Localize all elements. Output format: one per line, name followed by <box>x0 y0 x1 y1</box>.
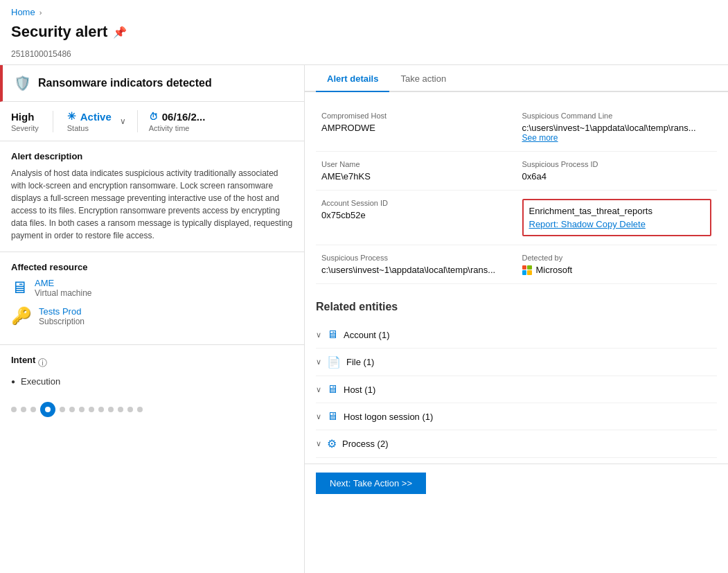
entity-process-name: Process (2) <box>342 439 388 449</box>
entity-row-logon[interactable]: ∨ 🖥 Host logon session (1) <box>316 403 717 430</box>
clock-icon: ⏱ <box>149 112 158 122</box>
file-icon: 📄 <box>327 355 341 369</box>
intent-title: Intent <box>11 355 35 365</box>
metric-severity: High Severity <box>11 111 53 132</box>
entity-file-name: File (1) <box>346 357 374 367</box>
host-icon: 🖥 <box>327 383 338 396</box>
pin-icon[interactable]: 📌 <box>113 26 127 39</box>
suspicious-pid-cell: Suspicious Process ID 0x6a4 <box>517 152 718 191</box>
alert-description-section: Alert description Analysis of host data … <box>0 141 304 252</box>
slider-dot <box>118 407 123 412</box>
resource-vm-name[interactable]: AME <box>35 278 54 288</box>
entity-row-host[interactable]: ∨ 🖥 Host (1) <box>316 376 717 403</box>
logon-chevron-icon[interactable]: ∨ <box>316 412 321 421</box>
left-panel: 🛡️ Ransomware indicators detected High S… <box>0 65 305 573</box>
intent-value: Execution <box>21 376 60 387</box>
activity-time-label: Activity time <box>149 124 206 132</box>
logon-icon: 🖥 <box>327 410 338 423</box>
intent-info-icon[interactable]: ⓘ <box>38 357 47 369</box>
username-value: AME\e7hKS <box>321 171 511 182</box>
resource-vm-type: Virtual machine <box>35 288 92 298</box>
tab-take-action[interactable]: Take action <box>389 65 457 92</box>
account-session-cell: Account Session ID 0x75cb52e <box>316 191 517 245</box>
suspicious-process-cell: Suspicious Process c:\users\invest~1\app… <box>316 245 517 284</box>
slider-dot <box>137 407 143 412</box>
entity-row-process[interactable]: ∨ ⚙ Process (2) <box>316 430 717 458</box>
alert-description-title: Alert description <box>11 151 293 161</box>
affected-resource-title: Affected resource <box>11 262 293 272</box>
compromised-host-cell: Compromised Host AMPRODWE <box>316 103 517 152</box>
compromised-host-value: AMPRODWE <box>321 123 511 133</box>
breadcrumb: Home › <box>0 0 728 20</box>
metric-activity-time: ⏱ 06/16/2... Activity time <box>149 111 220 132</box>
suspicious-pid-label: Suspicious Process ID <box>522 160 712 168</box>
detected-by-label: Detected by <box>522 254 712 262</box>
resource-vm: 🖥 AME Virtual machine <box>11 278 293 298</box>
file-chevron-icon[interactable]: ∨ <box>316 358 321 367</box>
suspicious-cmd-label: Suspicious Command Line <box>522 112 712 120</box>
key-icon: 🔑 <box>11 306 32 326</box>
process-chevron-icon[interactable]: ∨ <box>316 439 321 448</box>
resource-subscription-type: Subscription <box>39 317 85 326</box>
affected-resource-section: Affected resource 🖥 AME Virtual machine … <box>0 252 304 345</box>
entity-row-account[interactable]: ∨ 🖥 Account (1) <box>316 321 717 349</box>
intent-slider <box>0 396 304 428</box>
slider-thumb <box>40 402 55 417</box>
right-panel: Alert details Take action Compromised Ho… <box>305 65 728 573</box>
detected-by-value: Microsoft <box>522 265 712 275</box>
metric-status: ✳ Active Status ∨ <box>67 110 138 132</box>
host-chevron-icon[interactable]: ∨ <box>316 385 321 394</box>
alert-banner-title: Ransomware indicators detected <box>38 77 212 89</box>
details-content: Compromised Host AMPRODWE Suspicious Com… <box>305 92 728 295</box>
activity-time-value: ⏱ 06/16/2... <box>149 111 206 123</box>
username-label: User Name <box>321 160 511 168</box>
status-chevron-icon[interactable]: ∨ <box>120 116 126 126</box>
detail-grid: Compromised Host AMPRODWE Suspicious Com… <box>316 103 717 284</box>
tabs-bar: Alert details Take action <box>305 65 728 92</box>
page-header: Security alert 📌 <box>0 20 728 49</box>
enrichment-link[interactable]: Report: Shadow Copy Delete <box>529 219 646 229</box>
status-spin-icon: ✳ <box>67 110 76 123</box>
slider-dot <box>11 407 17 412</box>
breadcrumb-separator: › <box>39 8 42 17</box>
tab-alert-details[interactable]: Alert details <box>316 65 389 92</box>
slider-dot <box>79 407 85 412</box>
shield-icon: 🛡️ <box>14 75 31 91</box>
slider-dot <box>98 407 104 412</box>
enrichment-cell: Enrichment_tas_threat_reports Report: Sh… <box>517 191 718 245</box>
account-chevron-icon[interactable]: ∨ <box>316 330 321 340</box>
entity-account-name: Account (1) <box>344 330 389 340</box>
bottom-action-bar: Next: Take Action >> <box>305 464 728 502</box>
resource-subscription-name[interactable]: Tests Prod <box>39 306 81 317</box>
entity-row-file[interactable]: ∨ 📄 File (1) <box>316 349 717 376</box>
suspicious-cmd-cell: Suspicious Command Line c:\users\invest~… <box>517 103 718 152</box>
vm-icon: 🖥 <box>11 278 28 297</box>
see-more-link[interactable]: See more <box>522 133 712 143</box>
status-value: ✳ Active <box>67 110 112 123</box>
slider-dot <box>69 407 75 412</box>
suspicious-cmd-value: c:\users\invest~1\appdata\local\temp\ran… <box>522 123 712 143</box>
suspicious-pid-value: 0x6a4 <box>522 171 712 182</box>
next-take-action-button[interactable]: Next: Take Action >> <box>316 473 426 494</box>
suspicious-process-label: Suspicious Process <box>321 254 511 262</box>
enrichment-title: Enrichment_tas_threat_reports <box>529 206 705 216</box>
status-label: Status <box>67 124 112 132</box>
account-session-label: Account Session ID <box>321 199 511 207</box>
slider-dot <box>60 407 65 412</box>
alert-banner: 🛡️ Ransomware indicators detected <box>0 65 304 102</box>
slider-dot <box>30 407 36 412</box>
username-cell: User Name AME\e7hKS <box>316 152 517 191</box>
suspicious-process-value: c:\users\invest~1\appdata\local\temp\ran… <box>321 265 511 275</box>
compromised-host-label: Compromised Host <box>321 112 511 120</box>
related-entities-title: Related entities <box>316 301 717 313</box>
detected-by-cell: Detected by Microsoft <box>517 245 718 284</box>
process-icon: ⚙ <box>327 437 337 450</box>
breadcrumb-home[interactable]: Home <box>11 7 35 17</box>
metrics-bar: High Severity ✳ Active Status ∨ ⏱ <box>0 102 304 141</box>
resource-subscription: 🔑 Tests Prod Subscription <box>11 306 293 326</box>
enrichment-box: Enrichment_tas_threat_reports Report: Sh… <box>522 199 712 236</box>
entity-host-name: Host (1) <box>344 385 375 395</box>
slider-dot <box>127 407 133 412</box>
account-session-value: 0x75cb52e <box>321 210 511 220</box>
slider-dot <box>21 407 26 412</box>
